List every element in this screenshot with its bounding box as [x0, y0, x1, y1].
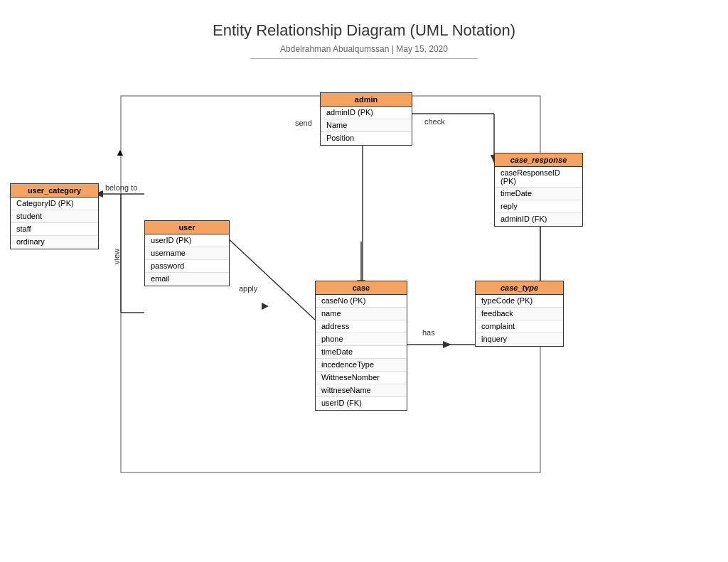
user-category-field-1: student: [11, 210, 98, 223]
user-header: user: [145, 221, 229, 234]
case-field-6: WittneseNomber: [316, 372, 407, 384]
entity-case-response: case_response caseResponseID (PK) timeDa…: [494, 153, 583, 227]
entity-case-type: case_type typeCode (PK) feedback complai…: [475, 281, 564, 347]
case-type-field-1: feedback: [476, 308, 563, 320]
admin-field-1: Name: [321, 119, 412, 132]
case-field-3: phone: [316, 333, 407, 346]
case-response-field-0: caseResponseID (PK): [495, 167, 582, 188]
diagram-area: send check belong to apply has view ▲ ad…: [0, 78, 728, 561]
admin-field-0: adminID (PK): [321, 107, 412, 119]
case-response-field-3: adminID (FK): [495, 213, 582, 226]
apply-label: apply: [239, 284, 257, 293]
case-response-field-2: reply: [495, 200, 582, 213]
entity-admin: admin adminID (PK) Name Position: [320, 92, 412, 146]
case-response-field-1: timeDate: [495, 188, 582, 200]
svg-marker-17: [443, 341, 451, 348]
entity-user: user userID (PK) username password email: [144, 220, 230, 286]
user-category-field-3: ordinary: [11, 236, 98, 249]
user-category-field-2: staff: [11, 223, 98, 236]
page-title: Entity Relationship Diagram (UML Notatio…: [0, 0, 728, 40]
user-category-field-0: CategoryID (PK): [11, 198, 98, 210]
svg-line-11: [228, 238, 315, 320]
case-field-2: address: [316, 320, 407, 333]
check-label: check: [424, 117, 445, 126]
case-type-field-3: inquery: [476, 333, 563, 346]
case-field-5: incedenceType: [316, 359, 407, 372]
admin-header: admin: [321, 93, 412, 107]
case-field-8: userID (FK): [316, 397, 407, 410]
admin-field-2: Position: [321, 132, 412, 145]
belong-to-label: belong to: [105, 183, 137, 192]
user-field-0: userID (PK): [145, 234, 229, 247]
case-field-0: caseNo (PK): [316, 295, 407, 308]
case-field-1: name: [316, 308, 407, 320]
view-arrow: ▲: [115, 146, 125, 158]
view-label: view: [112, 249, 121, 264]
user-field-3: email: [145, 273, 229, 286]
case-field-7: wittneseName: [316, 384, 407, 397]
svg-marker-12: [262, 303, 269, 310]
has-label: has: [422, 328, 435, 337]
entity-case: case caseNo (PK) name address phone time…: [315, 281, 407, 411]
page-subtitle: Abdelrahman Abualqumssan | May 15, 2020: [250, 44, 478, 59]
entity-user-category: user_category CategoryID (PK) student st…: [10, 183, 99, 249]
case-type-field-2: complaint: [476, 320, 563, 333]
case-type-field-0: typeCode (PK): [476, 295, 563, 308]
user-category-header: user_category: [11, 184, 98, 198]
case-field-4: timeDate: [316, 346, 407, 359]
case-response-header: case_response: [495, 153, 582, 167]
user-field-1: username: [145, 247, 229, 260]
case-type-header: case_type: [476, 281, 563, 295]
send-label: send: [295, 119, 312, 127]
user-field-2: password: [145, 260, 229, 273]
case-header: case: [316, 281, 407, 295]
